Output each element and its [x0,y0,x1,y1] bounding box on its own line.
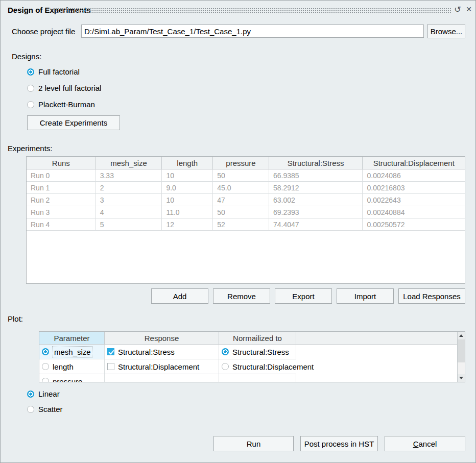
cell-displacement[interactable]: 0.0024086 [363,169,465,182]
cell-length[interactable]: 9.0 [162,182,213,194]
cell-stress[interactable]: 69.2393 [269,206,363,218]
cell-pressure[interactable]: 45.0 [213,182,269,194]
cell-run[interactable]: Run 1 [27,182,96,194]
cell-length[interactable]: 12 [162,218,213,231]
plot-table[interactable]: Parameter Response Normailized to mesh_s… [39,331,465,382]
experiments-table-header: Runs mesh_size length pressure Structura… [27,157,465,169]
cell-mesh-size[interactable]: 3 [96,194,162,206]
cell-length[interactable]: 11.0 [162,206,213,218]
normalized-option-structural-displacement[interactable]: Structural:Displacement [219,359,296,374]
cell-mesh-size[interactable]: 2 [96,182,162,194]
scrollbar-thumb[interactable] [458,339,465,362]
scroll-down-icon[interactable] [458,374,465,382]
cell-displacement[interactable]: 0.00240884 [363,206,465,218]
column-header-pressure[interactable]: pressure [213,157,269,169]
post-process-in-hst-button[interactable]: Post process in HST [300,436,378,451]
radio-label: Plackett-Burman [38,100,95,109]
cancel-button[interactable]: Cancel [385,436,465,451]
empty-cell [105,374,219,382]
cell-mesh-size[interactable]: 4 [96,206,162,218]
export-button[interactable]: Export [275,288,332,304]
scroll-up-icon[interactable] [458,332,465,339]
cell-stress[interactable]: 66.9385 [269,169,363,182]
radio-icon[interactable] [42,378,49,382]
cell-displacement[interactable]: 0.0022643 [363,194,465,206]
cell-pressure[interactable]: 52 [213,218,269,231]
plot-table-scrollbar[interactable] [457,332,465,382]
cell-run[interactable]: Run 0 [27,169,96,182]
cell-run[interactable]: Run 4 [27,218,96,231]
table-row[interactable]: Run 4 5 12 52 74.4047 0.00250572 [27,218,465,231]
normalized-label: Structural:Stress [232,348,289,356]
load-responses-button[interactable]: Load Responses [398,288,465,304]
radio-label: 2 level full factorial [38,84,101,92]
column-header-structural-stress[interactable]: Structural:Stress [269,157,363,169]
cell-mesh-size[interactable]: 5 [96,218,162,231]
experiments-button-row: Add Remove Export Import Load Responses [151,288,465,304]
normalized-option-structural-stress[interactable]: Structural:Stress [219,345,296,359]
project-file-input[interactable] [81,25,424,38]
radio-icon[interactable] [222,363,229,370]
browse-button[interactable]: Browse... [427,24,465,38]
table-row[interactable]: Run 0 3.33 10 50 66.9385 0.0024086 [27,169,465,182]
cell-displacement[interactable]: 0.00216803 [363,182,465,194]
cell-mesh-size[interactable]: 3.33 [96,169,162,182]
parameter-label: length [53,362,74,371]
radio-icon[interactable] [42,363,49,370]
cell-pressure[interactable]: 50 [213,206,269,218]
radio-icon[interactable] [27,68,34,76]
refresh-icon[interactable]: ↺ [453,4,462,14]
radio-linear[interactable]: Linear [27,389,60,398]
radio-icon[interactable] [27,406,34,413]
drag-handle-dots[interactable] [53,7,451,13]
add-button[interactable]: Add [151,288,208,304]
cell-stress[interactable]: 74.4047 [269,218,363,231]
run-button[interactable]: Run [213,436,294,451]
import-button[interactable]: Import [337,288,394,304]
radio-icon[interactable] [27,391,34,398]
checkbox-icon[interactable] [107,348,114,355]
table-row[interactable]: Run 3 4 11.0 50 69.2393 0.00240884 [27,206,465,218]
cell-displacement[interactable]: 0.00250572 [363,218,465,231]
checkbox-icon[interactable] [107,363,114,370]
parameter-option-length[interactable]: length [39,359,105,374]
cell-run[interactable]: Run 2 [27,194,96,206]
parameter-option-mesh-size[interactable]: mesh_size [39,345,105,359]
radio-icon[interactable] [27,101,34,108]
radio-plackett-burman[interactable]: Plackett-Burman [27,100,95,109]
radio-full-factorial[interactable]: Full factorial [27,67,80,76]
remove-button[interactable]: Remove [213,288,270,304]
cell-length[interactable]: 10 [162,169,213,182]
response-label: Structural:Stress [118,348,175,356]
column-header-structural-displacement[interactable]: Structural:Displacement [363,157,465,169]
cell-run[interactable]: Run 3 [27,206,96,218]
column-header-parameter[interactable]: Parameter [39,332,105,345]
create-experiments-button[interactable]: Create Experiments [27,115,120,130]
plot-label: Plot: [8,314,23,323]
experiments-table[interactable]: Runs mesh_size length pressure Structura… [26,156,465,284]
column-header-normailized-to[interactable]: Normailized to [219,332,296,345]
table-row[interactable]: Run 1 2 9.0 45.0 58.2912 0.00216803 [27,182,465,194]
experiments-label: Experiments: [8,144,53,153]
radio-icon[interactable] [42,348,49,355]
radio-icon[interactable] [222,348,229,355]
column-header-length[interactable]: length [162,157,213,169]
radio-icon[interactable] [27,85,34,92]
radio-scatter[interactable]: Scatter [27,405,63,413]
table-row[interactable]: Run 2 3 10 47 63.002 0.0022643 [27,194,465,206]
column-header-runs[interactable]: Runs [27,157,96,169]
column-header-response[interactable]: Response [105,332,219,345]
column-header-empty [296,332,457,345]
close-icon[interactable]: ✕ [464,4,473,14]
cell-pressure[interactable]: 47 [213,194,269,206]
parameter-label: mesh_size [53,347,92,357]
cell-stress[interactable]: 63.002 [269,194,363,206]
cell-pressure[interactable]: 50 [213,169,269,182]
parameter-option-pressure[interactable]: pressure [39,374,105,382]
response-option-structural-stress[interactable]: Structural:Stress [105,345,219,359]
column-header-mesh-size[interactable]: mesh_size [96,157,162,169]
radio-2-level-full-factorial[interactable]: 2 level full factorial [27,84,101,92]
response-option-structural-displacement[interactable]: Structural:Displacement [105,359,219,374]
cell-stress[interactable]: 58.2912 [269,182,363,194]
cell-length[interactable]: 10 [162,194,213,206]
